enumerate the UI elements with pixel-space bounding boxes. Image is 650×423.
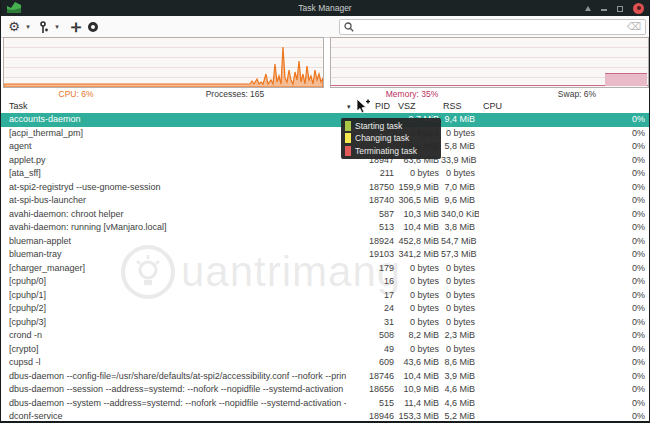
column-header-pid[interactable]: PID [346, 100, 396, 113]
task-cpu: 0% [479, 302, 650, 316]
column-header-cpu[interactable]: CPU [479, 100, 650, 113]
task-rss: 4,6 MiB [441, 397, 479, 411]
table-row[interactable]: [charger_manager] 179 0 bytes 0 bytes 0% [1, 262, 650, 276]
task-cpu: 0% [479, 275, 650, 289]
cpu-usage-line [4, 38, 323, 87]
table-row[interactable]: dbus-daemon --system --address=systemd: … [1, 397, 650, 411]
task-name: applet.py [1, 154, 346, 168]
task-pid: 179 [346, 262, 396, 276]
table-row[interactable]: at-spi2-registryd --use-gnome-session 18… [1, 181, 650, 195]
task-rss: 3,9 MiB [441, 370, 479, 384]
table-row[interactable]: [cpuhp/1] 17 0 bytes 0 bytes 0% [1, 289, 650, 303]
task-name: [crypto] [1, 343, 346, 357]
table-row[interactable]: cupsd -l 609 43,6 MiB 8,6 MiB 0% [1, 356, 650, 370]
table-row[interactable]: blueman-applet 18924 452,8 MiB 54,7 MiB … [1, 235, 650, 249]
task-cpu: 0% [479, 343, 650, 357]
table-header: Task PID VSZ RSS CPU [1, 100, 650, 113]
table-row[interactable]: accounts-daemon 9,7 MiB 9,4 MiB 0% [1, 113, 650, 127]
table-row[interactable]: [cpuhp/3] 31 0 bytes 0 bytes 0% [1, 316, 650, 330]
task-rss: 0 bytes [441, 262, 479, 276]
task-cpu: 0% [479, 289, 650, 303]
task-cpu: 0% [479, 262, 650, 276]
maximize-button[interactable] [617, 5, 624, 12]
shade-button[interactable] [585, 5, 592, 12]
task-vsz: 0 bytes [396, 316, 441, 330]
search-input[interactable] [357, 21, 627, 33]
task-rss: 0 bytes [441, 316, 479, 330]
task-pid: 19103 [346, 248, 396, 262]
task-name: crond -n [1, 329, 346, 343]
window-title: Task Manager [0, 0, 650, 16]
table-row[interactable]: crond -n 508 8,2 MiB 2,3 MiB 0% [1, 329, 650, 343]
task-cpu: 0% [479, 208, 650, 222]
task-pid: 515 [346, 397, 396, 411]
task-cpu: 0% [479, 248, 650, 262]
minimize-button[interactable] [601, 5, 608, 12]
settings-button[interactable]: ⚙ [6, 16, 22, 38]
legend-label: Changing task [355, 133, 409, 143]
table-row[interactable]: blueman-tray 19103 341,2 MiB 57,3 MiB 0% [1, 248, 650, 262]
task-name: at-spi2-registryd --use-gnome-session [1, 181, 346, 195]
task-cpu: 0% [479, 316, 650, 330]
task-vsz: 10,3 MiB [396, 208, 441, 222]
task-name: dbus-daemon --config-file=/usr/share/def… [1, 370, 346, 384]
task-vsz: 0 bytes [396, 302, 441, 316]
task-vsz: 11,4 MiB [396, 397, 441, 411]
task-rss: 0 bytes [441, 127, 479, 141]
table-row[interactable]: at-spi-bus-launcher 18740 306,5 MiB 9,6 … [1, 194, 650, 208]
legend-item: Changing task [345, 133, 437, 144]
close-button[interactable] [633, 3, 644, 14]
task-cpu: 0% [479, 167, 650, 181]
task-rss: 340,0 KiB [441, 208, 479, 222]
table-row[interactable]: [cpuhp/0] 16 0 bytes 0 bytes 0% [1, 275, 650, 289]
view-mode-button[interactable] [35, 16, 51, 38]
about-button[interactable] [84, 16, 102, 38]
task-pid: 18656 [346, 383, 396, 397]
table-row[interactable]: avahi-daemon: running [vManjaro.local] 5… [1, 221, 650, 235]
task-vsz: 452,8 MiB [396, 235, 441, 249]
task-cpu: 0% [479, 329, 650, 343]
identify-window-button[interactable]: ✛ [67, 16, 85, 38]
task-name: avahi-daemon: running [vManjaro.local] [1, 221, 346, 235]
task-pid: 49 [346, 343, 396, 357]
task-cpu: 0% [479, 194, 650, 208]
task-cpu: 0% [479, 127, 650, 141]
table-row[interactable]: dbus-daemon --config-file=/usr/share/def… [1, 370, 650, 384]
titlebar: Task Manager [0, 0, 650, 16]
task-cpu: 0% [479, 410, 650, 423]
clear-search-icon[interactable]: ⌫ [627, 22, 641, 32]
task-pid: 31 [346, 316, 396, 330]
table-row[interactable]: agent 9,6 MiB 5,8 MiB 0% [1, 140, 650, 154]
column-header-vsz[interactable]: VSZ [396, 100, 441, 113]
table-row[interactable]: [crypto] 49 0 bytes 0 bytes 0% [1, 343, 650, 357]
task-vsz: 0 bytes [396, 343, 441, 357]
task-cpu: 0% [479, 356, 650, 370]
chevron-down-icon: ▾ [26, 23, 30, 31]
task-vsz: 43,6 MiB [396, 356, 441, 370]
view-mode-dropdown[interactable]: ▾ [51, 16, 63, 38]
table-row[interactable]: [acpi_thermal_pm] 0 bytes 0 bytes 0% [1, 127, 650, 141]
column-header-rss[interactable]: RSS [441, 100, 479, 113]
legend-item: Starting task [345, 121, 437, 132]
task-name: [cpuhp/3] [1, 316, 346, 330]
toolbar: ⚙ ▾ ▾ ✛ ⌫ [1, 16, 650, 38]
task-vsz: 341,2 MiB [396, 248, 441, 262]
settings-dropdown[interactable]: ▾ [22, 16, 34, 38]
legend-color-chip [345, 146, 351, 156]
task-vsz: 10,4 MiB [396, 370, 441, 384]
table-row[interactable]: [cpuhp/2] 24 0 bytes 0 bytes 0% [1, 302, 650, 316]
table-row[interactable]: dconf-service 18946 153,3 MiB 5,2 MiB 0% [1, 410, 650, 423]
memory-baseline [331, 85, 648, 86]
table-row[interactable]: [ata_sff] 211 0 bytes 0 bytes 0% [1, 167, 650, 181]
task-cpu: 0% [479, 154, 650, 168]
task-table-body: accounts-daemon 9,7 MiB 9,4 MiB 0% [acpi… [1, 113, 650, 423]
task-rss: 3,8 MiB [441, 221, 479, 235]
task-rss: 8,6 MiB [441, 356, 479, 370]
table-row[interactable]: dbus-daemon --session --address=systemd:… [1, 383, 650, 397]
task-vsz: 8,2 MiB [396, 329, 441, 343]
mouse-cursor-icon [356, 99, 370, 115]
column-header-task[interactable]: Task [1, 100, 346, 113]
task-name: dbus-daemon --system --address=systemd: … [1, 397, 346, 411]
table-row[interactable]: applet.py 18947 63,6 MiB 33,9 MiB 0% [1, 154, 650, 168]
table-row[interactable]: avahi-daemon: chroot helper 587 10,3 MiB… [1, 208, 650, 222]
